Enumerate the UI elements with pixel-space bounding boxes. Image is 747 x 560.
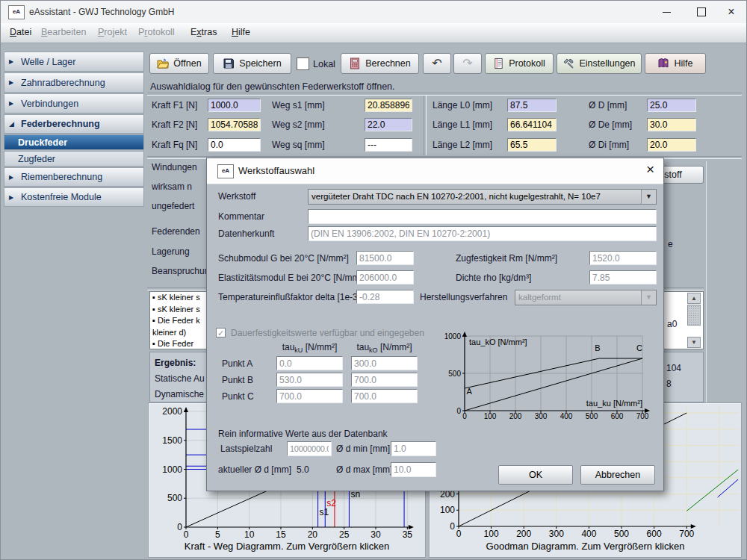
durchmesser-d-input[interactable] <box>647 99 696 112</box>
kommentar-input[interactable] <box>308 209 657 224</box>
scroll-down-icon: ▼ <box>691 339 697 346</box>
punkt-c-tau-ku-input <box>276 389 343 403</box>
windungen-label: Windungen <box>152 161 206 174</box>
kraft-weg-caption: Kraft - Weg Diagramm. Zum Vergrößern kli… <box>149 541 425 552</box>
menu-projekt: Projekt <box>95 23 130 42</box>
scrollbar-thumb[interactable] <box>687 305 701 326</box>
maximize-button[interactable] <box>686 1 716 22</box>
chevron-expanded-icon: ◢ <box>9 120 19 128</box>
settings-button[interactable]: Einstellungen <box>557 53 642 74</box>
svg-text:0: 0 <box>462 412 467 420</box>
herstellung-select-value: kaltgeformt <box>518 293 561 302</box>
ok-button[interactable]: OK <box>498 465 573 485</box>
calculator-icon <box>349 57 361 69</box>
calculate-button-label: Berechnen <box>365 58 410 69</box>
minimize-icon <box>663 12 671 13</box>
menu-extras[interactable]: Extras <box>187 23 220 42</box>
chevron-right-icon: ▶ <box>9 194 19 201</box>
sidebar-item-label: Zugfeder <box>4 154 55 164</box>
sidebar-item-riemenberechnung[interactable]: ▶ Riemenberechnung <box>4 167 144 187</box>
open-button-label: Öffnen <box>173 58 201 69</box>
help-button[interactable]: Hilfe <box>645 53 706 74</box>
laenge-l1-input[interactable] <box>507 118 557 131</box>
laenge-l2-input[interactable] <box>507 138 557 152</box>
svg-text:35: 35 <box>403 529 413 540</box>
close-button[interactable]: × <box>716 1 746 22</box>
sidebar-item-zugfeder[interactable]: Zugfeder <box>4 151 144 167</box>
open-button[interactable]: Öffnen <box>149 53 209 74</box>
datenherkunft-label: Datenherkunft <box>218 228 274 239</box>
svg-text:s2: s2 <box>326 498 336 508</box>
dauerfestigkeit-checkbox: ✓ <box>216 328 226 337</box>
dialog-close-icon[interactable]: × <box>646 161 654 178</box>
laenge-l2-label: Länge L2 [mm] <box>433 138 492 152</box>
herstellung-label: Herstellungsverfahren <box>420 292 507 302</box>
emodul-label: Elastizitätsmodul E bei 20°C [N/mm²] <box>218 273 365 283</box>
kraft-f1-input[interactable] <box>208 99 261 112</box>
d-max-input <box>391 462 436 477</box>
svg-text:0: 0 <box>456 529 462 539</box>
sidebar-item-verbindungen[interactable]: ▶ Verbindungen <box>4 93 144 113</box>
divider <box>424 96 427 155</box>
emodul-input <box>356 270 414 284</box>
svg-text:1000: 1000 <box>444 332 462 340</box>
laenge-l0-input[interactable] <box>507 99 557 112</box>
scroll-down-button[interactable]: ▼ <box>687 337 701 348</box>
sidebar-item-label: Druckfeder <box>4 137 67 148</box>
weg-sq-input[interactable] <box>365 138 412 152</box>
svg-text:100: 100 <box>484 529 499 539</box>
durchmesser-de-label: Ø De [mm] <box>589 118 632 131</box>
kommentar-label: Kommentar <box>218 211 264 222</box>
dropdown-icon: ▼ <box>641 290 656 305</box>
durchmesser-de-input[interactable] <box>647 118 696 131</box>
window-title: eAssistant - GWJ Technology GmbH <box>29 1 403 23</box>
cancel-button[interactable]: Abbrechen <box>580 465 655 485</box>
scroll-up-icon: ▲ <box>691 295 697 302</box>
weg-s2-input[interactable] <box>365 118 412 131</box>
werkstoff-select-value: vergüteter Draht TDC nach EN 10270-2:200… <box>311 192 601 201</box>
punkt-a-label: Punkt A <box>222 358 252 369</box>
punkt-a-tau-ko-input <box>351 356 418 370</box>
protocol-button[interactable]: Protokoll <box>485 53 554 74</box>
menu-protokoll: Protokoll <box>135 23 178 42</box>
sidebar-item-druckfeder[interactable]: Druckfeder <box>4 134 144 150</box>
menu-hilfe[interactable]: Hilfe <box>229 23 253 42</box>
undo-button[interactable]: ↶ <box>423 53 451 74</box>
tools-icon <box>562 57 574 69</box>
kraft-f2-input[interactable] <box>208 118 261 131</box>
minimize-button[interactable] <box>651 1 681 22</box>
tau-ko-column-header: taukO [N/mm²] <box>351 342 418 354</box>
werkstoff-select[interactable]: vergüteter Draht TDC nach EN 10270-2:200… <box>308 189 657 205</box>
dauerfestigkeit-checkbox-label: Dauerfestigkeitswerte verfügbar und eing… <box>231 328 424 338</box>
undo-icon: ↶ <box>432 57 441 69</box>
dialog-title: Werkstoffauswahl <box>238 158 537 184</box>
scroll-up-button[interactable]: ▲ <box>687 293 701 304</box>
menu-bar: Datei Bearbeiten Projekt Protokoll Extra… <box>1 23 747 43</box>
dichte-label: Dichte rho [kg/dm³] <box>456 273 531 283</box>
kraft-fq-input[interactable] <box>208 138 261 152</box>
herstellung-select: kaltgeformt ▼ <box>515 290 657 305</box>
svg-text:10: 10 <box>244 529 255 540</box>
local-checkbox[interactable] <box>297 57 309 70</box>
svg-text:700: 700 <box>636 412 649 420</box>
zugfestigkeit-input <box>589 251 657 265</box>
svg-text:600: 600 <box>611 412 624 420</box>
calculate-button[interactable]: Berechnen <box>341 53 419 74</box>
result-fragment: 104 <box>666 361 681 375</box>
weg-s1-input[interactable] <box>365 99 412 112</box>
svg-text:400: 400 <box>560 412 573 420</box>
result-fragment: 8 <box>666 377 672 391</box>
save-button[interactable]: Speichern <box>213 53 291 74</box>
window-titlebar: eA eAssistant - GWJ Technology GmbH × <box>1 1 747 24</box>
save-button-label: Speichern <box>239 58 281 69</box>
sidebar-item-welle-lager[interactable]: ▶ Welle / Lager <box>4 52 144 72</box>
sidebar-item-label: Federberechnung <box>19 119 100 129</box>
help-book-icon <box>657 57 669 69</box>
sidebar-item-federberechnung[interactable]: ◢ Federberechnung <box>4 114 144 134</box>
close-icon: × <box>728 5 734 18</box>
menu-datei[interactable]: Datei <box>7 23 34 42</box>
sidebar-item-kostenfreie-module[interactable]: ▶ Kostenfreie Module <box>4 187 144 207</box>
durchmesser-di-input[interactable] <box>647 138 696 152</box>
svg-text:700: 700 <box>679 529 694 539</box>
sidebar-item-zahnradberechnung[interactable]: ▶ Zahnradberechnung <box>4 72 144 93</box>
